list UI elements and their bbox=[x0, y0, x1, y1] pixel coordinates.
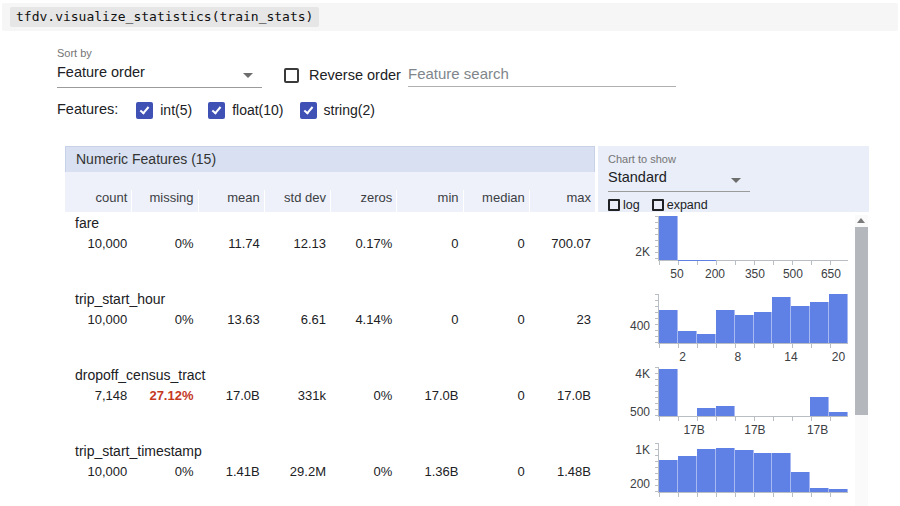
stat-max: 17.0B bbox=[529, 388, 595, 403]
feature-type-label: string(2) bbox=[324, 102, 375, 118]
histogram-trip-start-timestamp: 1K200 bbox=[598, 443, 848, 506]
chart-panel-header: Chart to show Standard log expand bbox=[598, 146, 869, 212]
expand-checkbox[interactable] bbox=[652, 199, 664, 211]
feature-type-filter-string[interactable]: string(2) bbox=[300, 102, 375, 119]
stat-zeros: 0.17% bbox=[330, 236, 396, 251]
feature-row: dropoff_census_tract7,14827.12%17.0B331k… bbox=[65, 364, 595, 440]
y-tick-label: 400 bbox=[630, 320, 650, 332]
x-axis-labels: 50200350500650 bbox=[658, 267, 848, 283]
x-tick-label: 2 bbox=[679, 350, 686, 364]
stat-zeros: 0% bbox=[330, 388, 396, 403]
y-axis-labels: 400 bbox=[598, 294, 658, 344]
feature-row: trip_start_hour10,0000%13.636.614.14%002… bbox=[65, 288, 595, 364]
reverse-order-label: Reverse order bbox=[309, 67, 401, 83]
y-tick-label: 1K bbox=[635, 444, 650, 456]
histogram-bar bbox=[735, 450, 754, 492]
feature-type-label: float(10) bbox=[232, 102, 283, 118]
histogram-bar bbox=[697, 334, 716, 343]
chevron-down-icon bbox=[243, 73, 253, 78]
feature-name: dropoff_census_tract bbox=[65, 367, 595, 388]
x-tick-label: 17B bbox=[807, 423, 828, 437]
stat-median: 0 bbox=[463, 464, 529, 479]
column-header-max: max bbox=[529, 190, 595, 212]
log-checkbox[interactable] bbox=[608, 199, 620, 211]
checked-checkbox[interactable] bbox=[300, 102, 317, 119]
stat-max: 700.07 bbox=[529, 236, 595, 251]
feature-row: fare10,0000%11.7412.130.17%00700.07 bbox=[65, 212, 595, 288]
vertical-scrollbar[interactable] bbox=[855, 215, 868, 506]
stat-min: 17.0B bbox=[396, 388, 462, 403]
expand-label: expand bbox=[667, 198, 708, 212]
numeric-features-table: Numeric Features (15) countmissingmeanst… bbox=[65, 146, 595, 506]
column-header-min: min bbox=[396, 190, 462, 212]
check-icon bbox=[303, 104, 313, 114]
stat-min: 0 bbox=[396, 236, 462, 251]
histogram-bar bbox=[791, 306, 810, 343]
feature-name: trip_start_hour bbox=[65, 291, 595, 312]
log-toggle[interactable]: log bbox=[608, 198, 640, 212]
stat-std-dev: 29.2M bbox=[264, 464, 330, 479]
x-tick-label: 50 bbox=[670, 267, 683, 281]
sort-by-dropdown[interactable]: Feature order bbox=[57, 62, 262, 88]
y-tick-label: 500 bbox=[630, 406, 650, 418]
reverse-order-checkbox[interactable] bbox=[284, 68, 299, 83]
checked-checkbox[interactable] bbox=[208, 102, 225, 119]
x-tick-label: 8 bbox=[734, 350, 741, 364]
feature-search-input[interactable] bbox=[408, 60, 676, 87]
x-tick-label: 17B bbox=[744, 423, 765, 437]
chart-to-show-label: Chart to show bbox=[608, 153, 869, 165]
stat-count: 7,148 bbox=[65, 388, 131, 403]
feature-type-filter-float[interactable]: float(10) bbox=[208, 102, 283, 119]
histogram-bar bbox=[772, 453, 791, 492]
scrollbar-thumb[interactable] bbox=[855, 227, 868, 415]
stat-median: 0 bbox=[463, 236, 529, 251]
feature-type-label: int(5) bbox=[160, 102, 192, 118]
expand-toggle[interactable]: expand bbox=[652, 198, 708, 212]
histogram-bar bbox=[772, 297, 791, 343]
chart-type-dropdown[interactable]: Standard bbox=[608, 168, 750, 192]
histogram-bar bbox=[716, 406, 735, 416]
histogram-bar bbox=[659, 460, 678, 492]
code-text: tfdv.visualize_statistics(train_stats) bbox=[10, 7, 319, 27]
stat-missing: 0% bbox=[131, 312, 197, 327]
stat-mean: 13.63 bbox=[198, 312, 264, 327]
chevron-down-icon bbox=[731, 178, 741, 183]
histogram-bar bbox=[697, 449, 716, 492]
x-axis-labels: 281420 bbox=[658, 350, 848, 366]
histogram-plot bbox=[658, 367, 848, 417]
notebook-code-cell[interactable]: tfdv.visualize_statistics(train_stats) bbox=[2, 3, 898, 31]
stat-median: 0 bbox=[463, 312, 529, 327]
column-header-missing: missing bbox=[131, 190, 197, 212]
histogram-bar bbox=[829, 294, 848, 343]
histogram-bar bbox=[678, 331, 697, 343]
y-tick-label: 4K bbox=[635, 368, 650, 380]
column-header-count: count bbox=[65, 190, 131, 212]
sort-by-label: Sort by bbox=[57, 47, 92, 59]
stat-mean: 17.0B bbox=[198, 388, 264, 403]
histogram-bar bbox=[716, 448, 735, 492]
table-column-headers: countmissingmeanstd devzerosminmedianmax bbox=[65, 172, 595, 212]
column-header-std-dev: std dev bbox=[264, 190, 330, 212]
feature-name: fare bbox=[65, 215, 595, 236]
checked-checkbox[interactable] bbox=[136, 102, 153, 119]
stat-count: 10,000 bbox=[65, 236, 131, 251]
column-header-mean: mean bbox=[198, 190, 264, 212]
histogram-plot bbox=[658, 443, 848, 493]
stat-min: 0 bbox=[396, 312, 462, 327]
x-axis-labels: 17B17B17B bbox=[658, 423, 848, 439]
check-icon bbox=[140, 104, 150, 114]
x-tick-label: 500 bbox=[783, 267, 803, 281]
x-tick-label: 200 bbox=[705, 267, 725, 281]
table-title: Numeric Features (15) bbox=[65, 146, 595, 172]
scroll-up-arrow-icon[interactable] bbox=[855, 215, 868, 227]
histogram-bar bbox=[829, 412, 848, 416]
feature-name: trip_start_timestamp bbox=[65, 443, 595, 464]
column-header-zeros: zeros bbox=[330, 190, 396, 212]
stat-missing: 0% bbox=[131, 464, 197, 479]
histogram-bar bbox=[659, 216, 678, 260]
reverse-order-control[interactable]: Reverse order bbox=[284, 64, 401, 86]
x-tick-label: 20 bbox=[832, 350, 845, 364]
histogram-dropoff-census-tract: 4K500 17B17B17B bbox=[598, 367, 848, 439]
x-tick-label: 650 bbox=[821, 267, 841, 281]
feature-type-filter-int[interactable]: int(5) bbox=[136, 102, 192, 119]
